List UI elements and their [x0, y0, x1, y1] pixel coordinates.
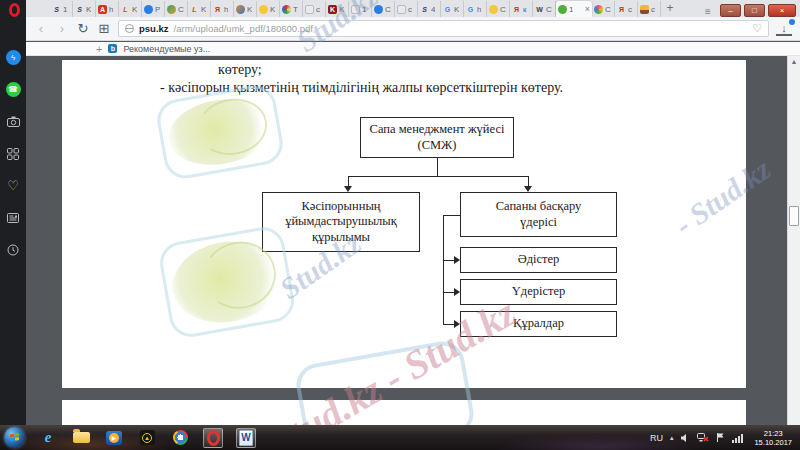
w-favicon: W — [535, 5, 544, 14]
browser-tab[interactable]: SK — [73, 1, 96, 17]
windows-taskbar: e ▶ ▲ W RU ▴ 21:23 15.10.2017 — [0, 425, 800, 450]
taskbar-word-active[interactable]: W — [236, 428, 256, 448]
new-tab-button[interactable]: + — [661, 1, 679, 17]
browser-tab[interactable]: LK — [119, 1, 142, 17]
stud-favicon: S — [52, 5, 61, 14]
diagram-arrowhead — [454, 288, 460, 296]
browser-tab[interactable]: S1 — [50, 1, 73, 17]
hidden-icons-arrow[interactable]: ▴ — [670, 434, 674, 442]
maximize-button[interactable]: □ — [744, 4, 765, 17]
pdf-text-line: - кәсіпорын қызметінің тиімділігінің жал… — [160, 80, 563, 96]
personal-news-icon[interactable] — [6, 210, 21, 225]
tab-title: c — [628, 5, 632, 14]
media-player-icon: ▶ — [106, 431, 122, 445]
bookmark-heart-icon[interactable]: ♡ — [752, 22, 762, 35]
signal-bars-icon[interactable] — [732, 433, 743, 443]
tab-close-icon[interactable]: × — [585, 5, 590, 14]
blue-circle-favicon — [374, 5, 383, 14]
browser-tab[interactable]: c — [303, 1, 326, 17]
whatsapp-icon[interactable]: ☎ — [6, 82, 21, 97]
browser-tab[interactable]: C — [372, 1, 395, 17]
url-domain: psu.kz — [139, 23, 169, 34]
reload-button[interactable]: ↻ — [76, 21, 90, 36]
language-indicator[interactable]: RU — [650, 433, 663, 443]
history-clock-icon[interactable] — [6, 242, 21, 257]
browser-tab[interactable]: 1 — [349, 1, 372, 17]
browser-tab[interactable]: K — [234, 1, 257, 17]
tab-title: h — [109, 5, 113, 14]
taskbar-internet-explorer[interactable]: e — [38, 428, 58, 448]
add-bookmark-button[interactable]: + — [96, 43, 102, 55]
browser-tab[interactable]: Gh — [464, 1, 487, 17]
taskbar-chrome[interactable] — [170, 428, 190, 448]
browser-tab[interactable]: C — [592, 1, 615, 17]
clock-date: 15.10.2017 — [754, 438, 792, 447]
browser-tab[interactable]: c — [395, 1, 418, 17]
url-path: /arm/upload/umk_pdf/180600.pdf — [174, 23, 313, 34]
scrollbar-thumb[interactable] — [789, 206, 799, 226]
diagram-box-tools: Құралдар — [460, 311, 617, 337]
action-center-flag-icon[interactable] — [716, 432, 725, 443]
forward-button[interactable]: › — [55, 21, 69, 36]
taskbar-media-player[interactable]: ▶ — [104, 428, 124, 448]
system-tray: RU ▴ 21:23 15.10.2017 — [650, 429, 796, 447]
taskbar-clock[interactable]: 21:23 15.10.2017 — [754, 429, 792, 447]
browser-tab[interactable]: P — [142, 1, 165, 17]
diagram-connector — [443, 215, 461, 216]
browser-tab[interactable]: KK — [326, 1, 349, 17]
diagram-connector — [437, 158, 438, 176]
browser-tab-active[interactable]: 1× — [556, 1, 592, 17]
address-bar[interactable]: psu.kz /arm/upload/umk_pdf/180600.pdf ♡ — [118, 20, 769, 37]
scrollbar-up-icon[interactable]: ▲ — [788, 58, 800, 65]
opera-logo-icon — [9, 3, 20, 17]
opera-menu-button[interactable] — [4, 1, 24, 18]
diagram-box-org-structure: Кәсіпорынның ұйымдастырушылық құрылымы — [262, 192, 420, 252]
browser-tab[interactable]: WC — [533, 1, 556, 17]
minimize-button[interactable]: – — [720, 4, 741, 17]
browser-tab[interactable]: Яh — [211, 1, 234, 17]
browser-tab[interactable]: c — [638, 1, 661, 17]
scrollbar[interactable]: ▲ — [787, 56, 800, 425]
taskbar-aimp[interactable]: ▲ — [137, 428, 157, 448]
tab-menu-icon[interactable]: ≡ — [700, 6, 716, 17]
red-k-favicon: K — [328, 5, 337, 14]
browser-tab[interactable]: LK — [188, 1, 211, 17]
browser-tab[interactable]: Яc — [615, 1, 638, 17]
volume-icon[interactable] — [680, 433, 690, 443]
globe-favicon — [167, 5, 176, 14]
browser-tab[interactable]: Ah — [96, 1, 119, 17]
browser-tab[interactable]: Як — [510, 1, 533, 17]
bookmark-item[interactable]: Рекомендуемые уз... — [123, 44, 210, 54]
speed-dial-icon[interactable] — [6, 146, 21, 161]
window-controls: – □ × — [720, 4, 796, 17]
tab-title: K — [247, 5, 252, 14]
litres-favicon: L — [121, 5, 130, 14]
diagram-arrowhead — [454, 320, 460, 328]
snapshot-camera-icon[interactable] — [6, 114, 21, 129]
diagram-box-methods: Әдістер — [460, 247, 617, 273]
browser-tab[interactable]: T — [280, 1, 303, 17]
windows-flag-icon — [10, 434, 14, 437]
tab-title: c — [316, 5, 320, 14]
document-favicon — [305, 5, 314, 14]
bookmarks-bar: + b Рекомендуемые уз... — [26, 42, 800, 56]
taskbar-file-explorer[interactable] — [71, 428, 91, 448]
browser-tab[interactable]: C — [165, 1, 188, 17]
browser-tab[interactable]: GK — [441, 1, 464, 17]
image-favicon — [640, 5, 649, 14]
messenger-icon[interactable]: ϟ — [6, 50, 21, 65]
speed-dial-button[interactable]: ⊞ — [97, 21, 111, 36]
network-error-icon[interactable] — [697, 432, 709, 443]
flower-favicon — [594, 5, 603, 14]
diagram-arrowhead — [454, 256, 460, 264]
browser-tab[interactable]: S4 — [418, 1, 441, 17]
tab-title: c — [651, 5, 655, 14]
back-button[interactable]: ‹ — [34, 21, 48, 36]
downloads-icon[interactable]: ↓ — [776, 22, 792, 36]
start-button[interactable] — [4, 427, 25, 448]
close-button[interactable]: × — [768, 4, 796, 17]
browser-tab[interactable]: K — [257, 1, 280, 17]
bookmarks-heart-icon[interactable]: ♡ — [6, 178, 21, 193]
taskbar-opera-active[interactable] — [203, 428, 223, 448]
browser-tab[interactable]: C — [487, 1, 510, 17]
